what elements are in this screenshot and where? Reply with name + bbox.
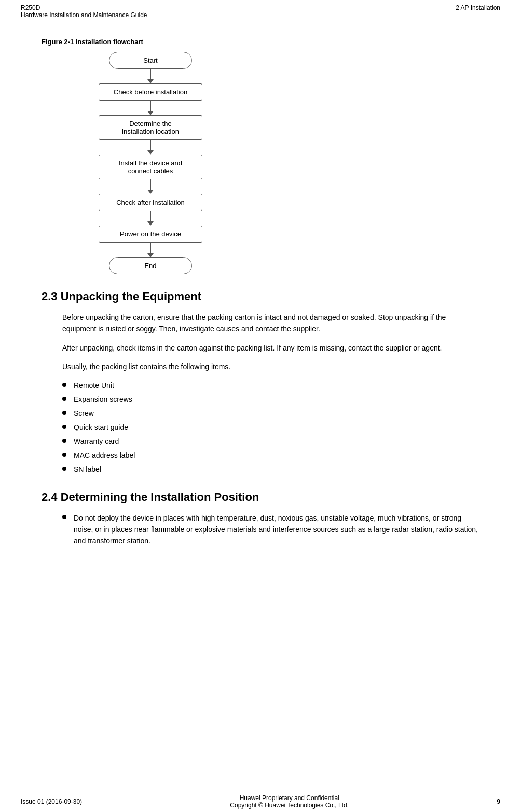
bullet-dot (62, 383, 66, 387)
arrow-5 (147, 211, 154, 226)
list-item-text: Remote Unit (74, 380, 114, 391)
bullet-dot (62, 453, 66, 457)
header-guide-title: Hardware Installation and Maintenance Gu… (21, 11, 147, 19)
list-item: Quick start guide (62, 422, 479, 433)
flowchart-inner: Start Check before installation Determin… (73, 52, 228, 274)
list-item: SN label (62, 464, 479, 475)
arrow-2 (147, 101, 154, 115)
bullet-dot (62, 425, 66, 429)
footer-center-line1: Huawei Proprietary and Confidential (82, 794, 497, 802)
footer-left: Issue 01 (2016-09-30) (21, 798, 82, 805)
arrow-6 (147, 243, 154, 257)
flowchart: Start Check before installation Determin… (73, 52, 479, 274)
bullet-dot (62, 397, 66, 401)
section-24-heading: 2.4 Determining the Installation Positio… (42, 491, 479, 504)
footer-page-number: 9 (497, 798, 500, 805)
section-23-para1: Before unpacking the carton, ensure that… (62, 312, 479, 335)
flowchart-node-end: End (109, 257, 192, 274)
section-24-number: 2.4 (42, 491, 58, 503)
list-item: Do not deploy the device in places with … (62, 512, 479, 547)
list-item-text: Screw (74, 408, 94, 419)
header-left: R250D Hardware Installation and Maintena… (21, 4, 147, 19)
flowchart-node-check-after: Check after installation (99, 194, 202, 211)
list-item: Warranty card (62, 436, 479, 447)
section-23-para2: After unpacking, check items in the cart… (62, 342, 479, 354)
bullet-dot (62, 411, 66, 415)
arrow-4 (147, 179, 154, 194)
list-item-text: SN label (74, 464, 101, 475)
header-right: 2 AP Installation (456, 4, 500, 11)
arrow-1 (147, 69, 154, 83)
list-item: Expansion screws (62, 394, 479, 405)
list-item-text: Warranty card (74, 436, 119, 447)
list-item: Remote Unit (62, 380, 479, 391)
page-content: Figure 2-1 Installation flowchart Start … (0, 22, 521, 573)
figure-label: Figure 2-1 Installation flowchart (42, 38, 479, 46)
section-23-number: 2.3 (42, 290, 58, 303)
section-23-title: Unpacking the Equipment (61, 290, 201, 303)
footer-center-line2: Copyright © Huawei Technologies Co., Ltd… (82, 802, 497, 809)
arrow-3 (147, 140, 154, 155)
header-product: R250D (21, 4, 147, 11)
flowchart-node-start: Start (109, 52, 192, 69)
flowchart-node-install: Install the device andconnect cables (99, 155, 202, 179)
bullet-dot (62, 467, 66, 471)
list-item-text: Do not deploy the device in places with … (74, 512, 479, 547)
page-header: R250D Hardware Installation and Maintena… (0, 0, 521, 22)
list-item-text: MAC address label (74, 450, 135, 461)
flowchart-node-check-before: Check before installation (99, 83, 202, 101)
section-23-items: Remote UnitExpansion screwsScrewQuick st… (62, 380, 479, 475)
list-item: MAC address label (62, 450, 479, 461)
section-23-para3: Usually, the packing list contains the f… (62, 361, 479, 372)
flowchart-node-determine: Determine theinstallation location (99, 115, 202, 140)
section-23-heading: 2.3 Unpacking the Equipment (42, 290, 479, 303)
list-item-text: Expansion screws (74, 394, 132, 405)
footer-center: Huawei Proprietary and Confidential Copy… (82, 794, 497, 809)
bullet-dot (62, 515, 66, 519)
bullet-dot (62, 439, 66, 443)
list-item: Screw (62, 408, 479, 419)
list-item-text: Quick start guide (74, 422, 128, 433)
section-24-items: Do not deploy the device in places with … (62, 512, 479, 547)
flowchart-node-power-on: Power on the device (99, 226, 202, 243)
page-footer: Issue 01 (2016-09-30) Huawei Proprietary… (0, 791, 521, 812)
section-24-title: Determining the Installation Position (61, 491, 259, 503)
